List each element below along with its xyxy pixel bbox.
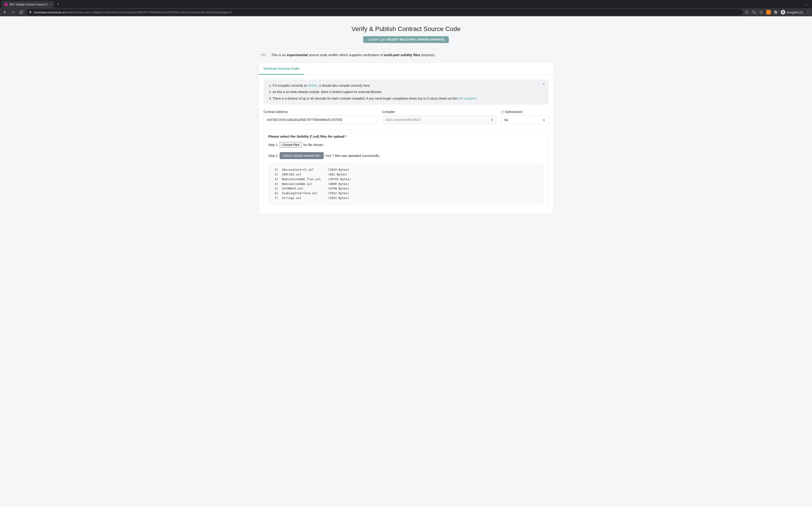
chevron-updown-icon: ▲▼ [543, 118, 545, 121]
upload-files-button[interactable]: Click to Upload selected files [280, 152, 323, 159]
incognito-icon [781, 10, 785, 14]
close-icon[interactable]: × [50, 3, 51, 6]
step-2-label: Step 2: [268, 154, 278, 158]
alert-item: As this is an beta release module, there… [272, 90, 544, 94]
step-1-row: Step 1: Choose Files No file chosen [268, 142, 544, 148]
info-alert: × If it compiles correctly at REMIX, it … [263, 79, 549, 105]
main-card: Contract Source Code × If it compiles co… [259, 63, 553, 214]
alert-item: If it compiles correctly at REMIX, it sh… [272, 83, 544, 88]
svg-point-5 [808, 13, 808, 13]
alert-item: There is a timeout of up to 45 seconds f… [272, 96, 544, 101]
forward-button[interactable] [10, 9, 16, 15]
contract-address-input[interactable] [263, 115, 378, 124]
new-tab-button[interactable]: + [54, 2, 62, 7]
divider [259, 48, 553, 49]
close-icon[interactable]: × [542, 82, 545, 87]
star-icon[interactable] [759, 10, 764, 14]
step-1-label: Step 1: [268, 143, 278, 147]
extensions-icon[interactable] [773, 10, 778, 14]
help-icon[interactable]: ? [501, 111, 504, 114]
upload-title: Please select the Solidity (*.sol) files… [268, 134, 544, 138]
url-text: moonbase.moonscan.io/verifyContract-solc… [34, 11, 232, 14]
info-label: Info: [259, 52, 268, 57]
info-text: This is an experimental source code veri… [271, 53, 435, 57]
zoom-icon[interactable] [745, 10, 749, 14]
compiler-type-badge: Compiler Type: SOLIDITY MULTI-PART VERIF… [363, 36, 449, 43]
tab-title: DEV Solidity Contract Source C [9, 3, 48, 6]
svg-point-3 [808, 11, 808, 11]
upload-card: Please select the Solidity (*.sol) files… [263, 130, 549, 209]
back-button[interactable] [2, 9, 8, 15]
remix-link[interactable]: REMIX [307, 84, 317, 88]
compiler-select[interactable]: v0.8.1+commit.df193b15 ▲▼ [382, 115, 496, 124]
page-content: Verify & Publish Contract Source Code Co… [0, 16, 812, 507]
page-title: Verify & Publish Contract Source Code [259, 16, 553, 33]
address-bar[interactable]: moonbase.moonscan.io/verifyContract-solc… [26, 9, 743, 15]
incognito-label: Incognito (2) [786, 11, 803, 14]
api-endpoint-link[interactable]: API endpoint [458, 97, 476, 100]
reload-button[interactable] [18, 9, 24, 15]
favicon-icon [5, 3, 8, 6]
upload-status: Your 7 files was uploaded successfully : [325, 154, 381, 158]
form-row: Contract Address Compiler v0.8.1+commit.… [263, 110, 549, 124]
menu-icon[interactable] [806, 10, 810, 14]
tabs: Contract Source Code [259, 63, 553, 75]
svg-marker-2 [759, 11, 763, 14]
svg-point-4 [808, 12, 808, 13]
tab-overflow-button[interactable]: ⌄ [802, 2, 810, 6]
tab-contract-source[interactable]: Contract Source Code [259, 63, 304, 75]
file-chosen-status: No file chosen [303, 143, 323, 147]
tab-bar: DEV Solidity Contract Source C × + ⌄ [0, 0, 812, 8]
browser-tab[interactable]: DEV Solidity Contract Source C × [2, 1, 54, 8]
metamask-icon[interactable] [766, 10, 771, 14]
info-row: Info: This is an experimental source cod… [259, 52, 553, 57]
chevron-updown-icon: ▲▼ [491, 118, 493, 121]
browser-toolbar: moonbase.moonscan.io/verifyContract-solc… [0, 8, 812, 16]
uploaded-files-list: 1) IAccessControl.sol (2919 Bytes) 2) IE… [268, 164, 544, 205]
step-2-row: Step 2: Click to Upload selected files Y… [268, 152, 544, 159]
incognito-badge[interactable]: Incognito (2) [781, 10, 803, 14]
toolbar-right: Incognito (2) [745, 10, 810, 14]
choose-files-button[interactable]: Choose Files [280, 142, 302, 148]
tracking-icon[interactable] [752, 10, 756, 14]
compiler-label: Compiler [382, 110, 496, 114]
optimization-select[interactable]: No ▲▼ [501, 116, 549, 124]
browser-chrome: DEV Solidity Contract Source C × + ⌄ moo… [0, 0, 812, 16]
optimization-label: ?Optimization [501, 110, 549, 114]
lock-icon [29, 11, 32, 14]
contract-address-label: Contract Address [263, 110, 378, 114]
